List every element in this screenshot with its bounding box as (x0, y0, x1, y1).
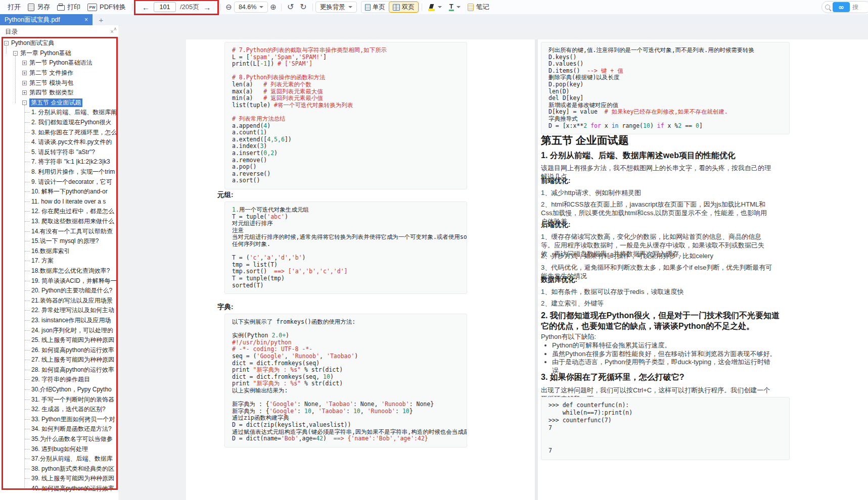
toc-item[interactable]: 1. 分别从前端、后端、数据库阐 (0, 108, 119, 118)
toc-item[interactable]: 33. Python里面如何拷贝一个对 (0, 415, 119, 425)
tree-stub (25, 379, 30, 380)
toc-item-label: Python面试宝典 (11, 39, 54, 47)
toc-item[interactable]: 36. 遇到bug如何处理 (0, 444, 119, 454)
toc-item[interactable]: 11. how do I iterate over a s (0, 197, 119, 207)
toc-item[interactable]: 35.为什么函数名字可以当做参 (0, 434, 119, 444)
page-number-input[interactable] (154, 2, 176, 12)
toc-item[interactable]: 4. 请谈谈.pyc文件和.py文件的 (0, 137, 119, 147)
search-hint-label: 搜 (852, 3, 858, 12)
collapse-icon[interactable]: - (22, 101, 27, 105)
toc-item[interactable]: 8. 利用切片操作，实现一个trim (0, 167, 119, 177)
tree-guide-line (6, 46, 7, 54)
toc-item[interactable]: 19. 简单谈谈ACID，并解释每一 (0, 276, 119, 286)
sidebar-scroll-up-icon[interactable]: ∧ (113, 26, 117, 31)
save-as-button[interactable]: 另存 (24, 1, 54, 13)
note-button[interactable]: 笔记 (464, 1, 493, 13)
toc-item-label: 第四节 数据类型 (29, 88, 73, 97)
toc-item[interactable]: 13. 爬取这些数据都用来做什么 (0, 217, 119, 227)
toc-item[interactable]: +第二节 文件操作 (0, 68, 119, 78)
toc-item[interactable]: 26. 如何提高python的运行效率 (0, 345, 119, 355)
toc-item-label: 31. 手写一个判断时间的装饰器 (31, 395, 114, 404)
toc-item[interactable]: 38. python新式类和经典类的区 (0, 464, 119, 474)
toc-item[interactable]: 28. 如何提高python的运行效率 (0, 365, 119, 375)
expand-icon[interactable]: + (22, 71, 27, 75)
toc-item[interactable]: 23. isinstance作用以及应用场 (0, 316, 119, 326)
toc-item[interactable]: 10. 解释一下python的and-or (0, 187, 119, 197)
print-button[interactable]: 打印 (54, 1, 84, 13)
toc-item[interactable]: 9. 请设计一个decorator，它可 (0, 177, 119, 187)
toc-item[interactable]: 40. 如何提高python的运行效率 (0, 484, 119, 494)
toc-item[interactable]: 34. 如何判断是函数还是方法? (0, 424, 119, 434)
toc-item[interactable]: 39. 线上服务可能因为种种原因 (0, 474, 119, 484)
new-tab-button[interactable]: + (96, 14, 106, 25)
highlighter-button[interactable] (425, 1, 445, 13)
toc-item[interactable]: 5. 请反转字符串 "aStr"? (0, 147, 119, 158)
backend-label: 后端优化: (541, 220, 571, 229)
toc-item[interactable]: +第一节 Python基础语法 (0, 58, 119, 68)
code-line: 任何序列对象. (232, 241, 460, 248)
infinity-icon[interactable]: ∞ (833, 2, 850, 12)
toc-item[interactable]: 32. 生成器，迭代器的区别? (0, 405, 119, 415)
undo-icon[interactable]: ↺ (287, 3, 294, 11)
expand-icon[interactable]: + (22, 90, 27, 95)
toc-item[interactable]: 12. 你在爬虫过程中，都是怎么 (0, 207, 119, 217)
toc-item[interactable]: 37.分别从前端、后端、数据库 (0, 454, 119, 464)
search-box[interactable]: ∞ 搜 (821, 1, 868, 13)
toc-item[interactable]: -Python面试宝典 (0, 38, 119, 48)
toc-item[interactable]: 31. 手写一个判断时间的装饰器 (0, 394, 119, 405)
toc-item[interactable]: +第四节 数据类型 (0, 88, 119, 98)
toc-item[interactable]: +第三节 模块与包 (0, 78, 119, 88)
tree-stub (25, 360, 30, 360)
toc-item[interactable]: -第一章 Python基础 (0, 48, 119, 59)
double-page-button[interactable]: 双页 (389, 2, 419, 13)
prev-page-arrow-icon[interactable]: ← (142, 3, 150, 12)
code-line: >>> def counterfunc(n): (549, 402, 782, 410)
code-line: # 8.Python列表操作的函数和方法 (232, 74, 460, 81)
toc-title: 目录 (5, 28, 18, 36)
code-line: 1.用一个可迭代对象生成元组 (232, 207, 460, 214)
expand-icon[interactable]: + (22, 81, 27, 85)
code-line: a.insert(0,2) (232, 150, 460, 157)
code-line: L = ['spam','Spam','SPAM!'] (232, 54, 460, 61)
single-page-button[interactable]: 单页 (361, 2, 389, 13)
backend-item: 2、异步方式，如果有耗时操作，可以采用异步，比如celery (541, 252, 773, 260)
toc-item[interactable]: 17. 方案 (0, 256, 119, 266)
toc-item[interactable]: 22. 异常处理写法以及如何主动 (0, 306, 119, 316)
code-line: dict = dict.fromkeys(seq, 10) (232, 374, 460, 381)
toc-item[interactable]: 30.介绍Cython，Pypy Cpytho (0, 385, 119, 395)
toc-item[interactable]: 15.说一下 mysql 的原理? (0, 236, 119, 246)
toc-item[interactable]: 24. json序列化时，可以处理的 (0, 325, 119, 335)
toc-item[interactable]: 7. 将字符串 "k:1 |k1:2|k2:3|k3 (0, 157, 119, 167)
toc-item[interactable]: 25. 线上服务可能因为种种原因 (0, 335, 119, 345)
toc-item[interactable]: 18.数据库怎么优化查询效率? (0, 266, 119, 276)
pdf-convert-button[interactable]: PW PDF转换 (84, 1, 129, 13)
toc-item[interactable]: 2. 我们都知道现在Python很火 (0, 118, 119, 128)
code-line: a.pop() (232, 164, 460, 171)
toc-item[interactable]: 27. 线上服务可能因为种种原因 (0, 355, 119, 365)
document-tab[interactable]: Python面试宝典.pdf × (0, 14, 93, 25)
collapse-icon[interactable]: - (13, 51, 18, 56)
change-background-dropdown[interactable]: 更换背景 (315, 2, 357, 13)
toc-item[interactable]: 20. Python的主要功能是什么? (0, 286, 119, 296)
zoom-level-dropdown[interactable]: 84.6% (234, 2, 268, 13)
code-line (232, 68, 460, 75)
collapse-icon[interactable]: - (4, 41, 9, 45)
toc-item[interactable]: 21.装饰器的写法以及应用场景 (0, 295, 119, 306)
toc-item-label: 20. Python的主要功能是什么? (31, 286, 112, 295)
expand-icon[interactable]: + (22, 61, 27, 65)
redo-icon[interactable]: ↻ (300, 3, 306, 11)
tab-close-icon[interactable]: × (84, 16, 88, 23)
code-line: len(D) (549, 88, 782, 95)
zoom-out-icon[interactable]: ⊖ (225, 4, 232, 11)
toc-item[interactable]: -第五节 企业面试题 (0, 98, 119, 108)
text-tool-button[interactable]: T (445, 1, 464, 13)
toc-item-label: 17. 方案 (31, 257, 54, 265)
toc-item[interactable]: 14.有没有一个工具可以帮助查 (0, 226, 119, 236)
open-button[interactable]: 打开 (4, 1, 24, 13)
toc-item[interactable]: 16.数据库索引 (0, 246, 119, 256)
document-viewport[interactable]: # 7.Python的列表的截取与字符串操作类型相同,如下所示L = ['spa… (120, 25, 868, 500)
zoom-in-icon[interactable]: ⊕ (270, 4, 277, 11)
next-page-arrow-icon[interactable]: → (203, 3, 211, 12)
toc-item[interactable]: 3. 如果你困在了死循环里，怎么 (0, 127, 119, 137)
toc-item[interactable]: 29. 字符串的操作题目 (0, 375, 119, 385)
